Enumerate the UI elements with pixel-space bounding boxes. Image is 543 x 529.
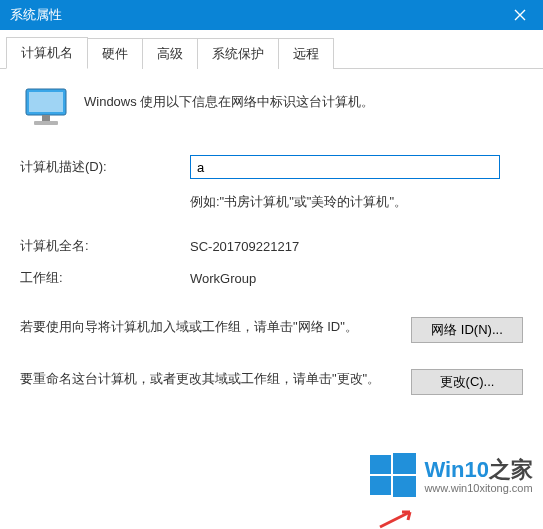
windows-logo-icon [370,453,416,499]
workgroup-value: WorkGroup [190,271,523,286]
description-row: 计算机描述(D): [20,155,523,179]
close-icon [514,9,526,21]
intro-text: Windows 使用以下信息在网络中标识这台计算机。 [84,87,374,111]
svg-rect-6 [370,476,391,495]
description-input[interactable] [190,155,500,179]
svg-rect-7 [393,476,416,497]
description-label: 计算机描述(D): [20,158,190,176]
close-button[interactable] [497,0,543,30]
svg-rect-5 [393,453,416,474]
network-id-text: 若要使用向导将计算机加入域或工作组，请单击"网络 ID"。 [20,317,393,338]
tab-strip: 计算机名 硬件 高级 系统保护 远程 [0,30,543,69]
watermark-url: www.win10xitong.com [424,482,533,494]
svg-rect-3 [34,121,58,125]
network-id-row: 若要使用向导将计算机加入域或工作组，请单击"网络 ID"。 网络 ID(N)..… [20,317,523,343]
description-example: 例如:"书房计算机"或"美玲的计算机"。 [190,193,523,211]
change-text: 要重命名这台计算机，或者更改其域或工作组，请单击"更改"。 [20,369,393,390]
workgroup-row: 工作组: WorkGroup [20,269,523,287]
window-title: 系统属性 [10,6,62,24]
network-id-button[interactable]: 网络 ID(N)... [411,317,523,343]
watermark: Win10之家 www.win10xitong.com [370,453,533,499]
fullname-label: 计算机全名: [20,237,190,255]
svg-rect-4 [370,455,391,474]
tab-advanced[interactable]: 高级 [142,38,198,69]
workgroup-label: 工作组: [20,269,190,287]
tab-hardware[interactable]: 硬件 [87,38,143,69]
tab-remote[interactable]: 远程 [278,38,334,69]
annotation-arrow-icon [375,509,415,529]
tab-panel: Windows 使用以下信息在网络中标识这台计算机。 计算机描述(D): 例如:… [0,69,543,439]
change-button[interactable]: 更改(C)... [411,369,523,395]
fullname-value: SC-201709221217 [190,239,523,254]
tab-system-protection[interactable]: 系统保护 [197,38,279,69]
fullname-row: 计算机全名: SC-201709221217 [20,237,523,255]
titlebar: 系统属性 [0,0,543,30]
tab-computer-name[interactable]: 计算机名 [6,37,88,69]
svg-rect-1 [29,92,63,112]
computer-icon [24,87,68,127]
change-row: 要重命名这台计算机，或者更改其域或工作组，请单击"更改"。 更改(C)... [20,369,523,395]
svg-rect-2 [42,115,50,121]
watermark-brand: Win10之家 [424,458,533,482]
intro-row: Windows 使用以下信息在网络中标识这台计算机。 [20,87,523,127]
